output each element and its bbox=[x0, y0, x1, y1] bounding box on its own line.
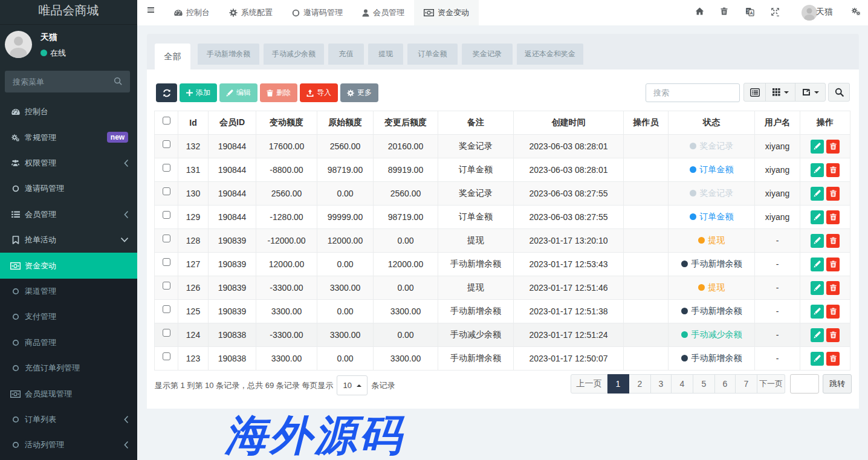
svg-text:A: A bbox=[750, 11, 753, 15]
